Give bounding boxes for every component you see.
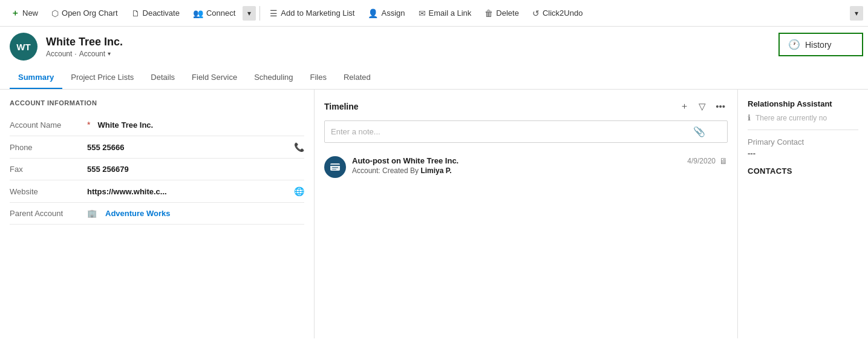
timeline-item: Auto-post on White Tree Inc. Account: Cr…	[324, 150, 728, 184]
timeline-item-right: 4/9/2020 🖥	[687, 156, 728, 166]
toolbar-overflow-button[interactable]: ▾	[850, 6, 863, 21]
timeline-item-content: Auto-post on White Tree Inc. Account: Cr…	[352, 156, 728, 178]
tab-related[interactable]: Related	[335, 67, 379, 89]
main-content: ACCOUNT INFORMATION Account Name * White…	[0, 90, 868, 338]
no-items-text: There are currently no	[755, 114, 827, 122]
add-to-marketing-list-button[interactable]: ☰ Add to Marketing List	[264, 5, 361, 21]
assign-icon: 👤	[368, 8, 378, 18]
email-a-link-button[interactable]: ✉ Email a Link	[413, 5, 478, 21]
tab-files[interactable]: Files	[302, 67, 335, 89]
assign-button[interactable]: 👤 Assign	[362, 5, 411, 21]
timeline-item-date: 4/9/2020	[687, 157, 716, 165]
tabs-bar: Summary Project Price Lists Details Fiel…	[0, 67, 868, 90]
history-label: History	[805, 40, 832, 50]
field-parent-account: Parent Account 🏢 Adventure Works	[10, 203, 304, 225]
timeline-more-button[interactable]: •••	[713, 99, 728, 113]
right-panel: Relationship Assistant ℹ There are curre…	[738, 90, 868, 338]
middle-panel: Timeline ＋ ▽ ••• Enter a note... 📎	[315, 90, 738, 338]
deactivate-button[interactable]: 🗋 Deactivate	[125, 5, 186, 21]
timeline-header: Timeline ＋ ▽ •••	[324, 99, 728, 113]
timeline-title: Timeline	[324, 102, 677, 111]
required-star: *	[87, 120, 90, 130]
more-dropdown-button[interactable]: ▾	[243, 6, 256, 21]
field-phone: Phone 555 25666 📞	[10, 136, 304, 159]
field-label-phone: Phone	[10, 143, 82, 152]
timeline-item-subtitle: Account: Created By Limiya P.	[352, 166, 458, 175]
timeline-item-avatar	[324, 156, 346, 178]
primary-contact-value: ---	[748, 149, 858, 158]
timeline-item-header: Auto-post on White Tree Inc. Account: Cr…	[352, 156, 728, 175]
connect-button[interactable]: 👥 Connect	[187, 5, 241, 21]
account-subtitle: Account · Account ▾	[46, 50, 123, 58]
globe-icon[interactable]: 🌐	[294, 186, 304, 196]
email-a-link-label: Email a Link	[429, 8, 472, 18]
field-label-account-name: Account Name	[10, 120, 82, 130]
info-icon: ℹ	[748, 113, 751, 122]
timeline-item-info: Auto-post on White Tree Inc. Account: Cr…	[352, 156, 458, 175]
account-header: WT White Tree Inc. Account · Account ▾	[0, 27, 868, 67]
marketing-list-icon: ☰	[270, 8, 278, 18]
tab-field-service[interactable]: Field Service	[183, 67, 246, 89]
deactivate-label: Deactivate	[143, 8, 180, 18]
field-value-fax: 555 256679	[87, 165, 304, 174]
field-value-website: https://www.white.c...	[87, 187, 289, 196]
delete-button[interactable]: 🗑 Delete	[478, 5, 525, 21]
account-separator: ·	[74, 50, 76, 58]
delete-icon: 🗑	[485, 8, 493, 18]
field-value-account-name: White Tree Inc.	[97, 120, 304, 130]
delete-label: Delete	[496, 8, 519, 18]
contacts-title: CONTACTS	[748, 166, 858, 176]
timeline-note-input-row[interactable]: Enter a note... 📎	[324, 120, 728, 143]
toolbar-divider	[259, 6, 260, 21]
timeline-filter-button[interactable]: ▽	[696, 99, 708, 113]
svg-rect-3	[332, 169, 336, 170]
svg-rect-1	[330, 165, 340, 166]
org-chart-icon: ⬡	[51, 8, 59, 18]
left-panel: ACCOUNT INFORMATION Account Name * White…	[0, 90, 315, 338]
tab-project-price-lists[interactable]: Project Price Lists	[62, 67, 142, 89]
phone-icon[interactable]: 📞	[294, 142, 304, 152]
field-website: Website https://www.white.c... 🌐	[10, 180, 304, 203]
timeline-actions: ＋ ▽ •••	[677, 99, 728, 113]
field-account-name: Account Name * White Tree Inc.	[10, 114, 304, 136]
field-label-fax: Fax	[10, 165, 82, 174]
building-icon: 🏢	[87, 209, 97, 218]
history-icon: 🕐	[788, 39, 800, 50]
toolbar: ＋ New ⬡ Open Org Chart 🗋 Deactivate 👥 Co…	[0, 0, 868, 27]
open-org-chart-button[interactable]: ⬡ Open Org Chart	[45, 5, 124, 21]
field-value-phone: 555 25666	[87, 143, 289, 152]
plus-icon: ＋	[11, 8, 19, 19]
undo-icon: ↺	[532, 8, 540, 18]
new-label: New	[22, 8, 38, 18]
open-org-chart-label: Open Org Chart	[62, 8, 118, 18]
account-name-title: White Tree Inc.	[46, 36, 123, 48]
add-to-marketing-list-label: Add to Marketing List	[281, 8, 354, 18]
history-popup[interactable]: 🕐 History	[778, 33, 863, 56]
click2undo-label: Click2Undo	[543, 8, 582, 18]
avatar: WT	[10, 33, 38, 61]
field-label-website: Website	[10, 187, 82, 196]
avatar-initials: WT	[16, 42, 30, 52]
timeline-item-screen-icon[interactable]: 🖥	[719, 156, 728, 166]
deactivate-icon: 🗋	[131, 8, 140, 18]
connect-icon: 👥	[193, 8, 203, 18]
account-type1: Account	[46, 50, 72, 58]
primary-contact-label: Primary Contact	[748, 137, 858, 146]
chevron-down-icon[interactable]: ▾	[108, 50, 111, 57]
new-button[interactable]: ＋ New	[5, 5, 44, 22]
right-divider	[748, 130, 858, 130]
assign-label: Assign	[381, 8, 405, 18]
field-label-parent-account: Parent Account	[10, 209, 82, 218]
account-info-section-title: ACCOUNT INFORMATION	[10, 99, 304, 107]
connect-label: Connect	[206, 8, 235, 18]
field-value-parent-account[interactable]: Adventure Works	[105, 209, 304, 218]
tab-details[interactable]: Details	[142, 67, 183, 89]
email-icon: ✉	[419, 8, 426, 18]
click2undo-button[interactable]: ↺ Click2Undo	[526, 5, 589, 21]
timeline-highlight-name: Limiya P.	[420, 166, 451, 175]
timeline-add-button[interactable]: ＋	[677, 99, 691, 113]
tab-scheduling[interactable]: Scheduling	[246, 67, 301, 89]
timeline-item-title: Auto-post on White Tree Inc.	[352, 156, 458, 165]
no-items-row: ℹ There are currently no	[748, 113, 858, 122]
tab-summary[interactable]: Summary	[10, 67, 62, 89]
